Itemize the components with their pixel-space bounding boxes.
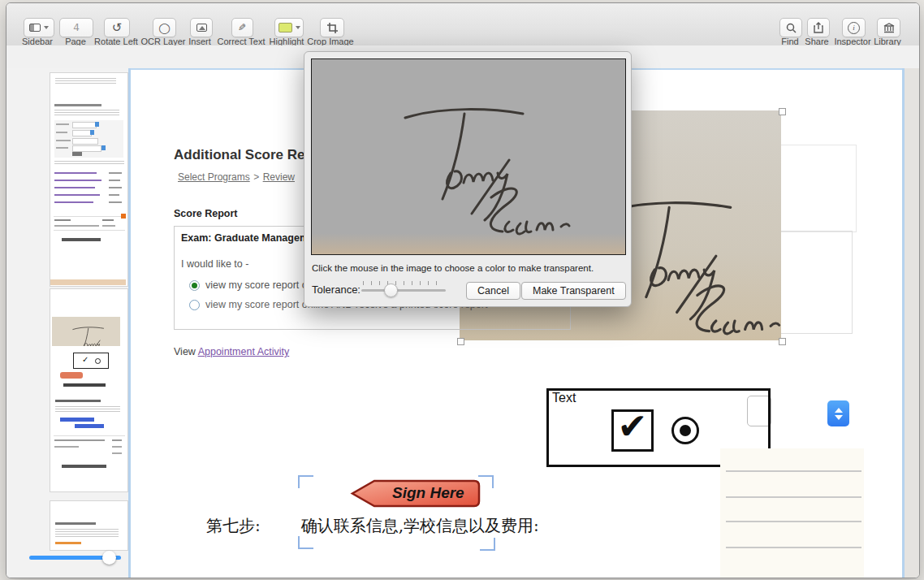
page-thumbnail-1[interactable] [50, 72, 128, 287]
radio-dot [680, 425, 691, 436]
breadcrumb-separator: > [253, 171, 259, 183]
selection-handle[interactable] [779, 338, 786, 345]
tolerance-label: Tolerance: [312, 284, 361, 296]
thumbnail-sidebar: ✓ [6, 68, 128, 578]
thumbnail-orange-marker [121, 214, 126, 219]
chevron-down-icon [296, 26, 300, 29]
thumbnail-text-lines [55, 406, 120, 413]
find-button[interactable] [779, 18, 802, 37]
thumbnail-orange-link [55, 542, 81, 544]
crop-image-button[interactable] [320, 18, 344, 37]
page-field[interactable]: 4 [59, 18, 93, 37]
thumbnail-link-table [54, 171, 125, 210]
step-line: 第七步:确认联系信息,学校信息以及费用: [206, 515, 539, 537]
thumbnail-text-lines [54, 110, 119, 115]
score-report-heading: Score Report [174, 208, 238, 219]
thumbnail-sign-here [60, 372, 83, 379]
sidebar-icon [29, 24, 41, 32]
correct-text-button[interactable]: ✎ [231, 18, 253, 37]
view-word: View [174, 346, 196, 357]
main-toolbar: Sidebar 4 Page ↺ Rotate Left ◯ OCR Layer… [6, 3, 919, 46]
thumbnail-text-lines [55, 78, 116, 84]
slider-tick-marks [363, 281, 444, 285]
stepper-widget[interactable] [827, 400, 849, 426]
thumbnail-blue-redaction [75, 424, 104, 428]
textbox-border-bottom [546, 465, 721, 467]
sign-here-label: Sign Here [392, 484, 464, 502]
chevron-down-icon [835, 415, 843, 420]
app-window: Sidebar 4 Page ↺ Rotate Left ◯ OCR Layer… [6, 2, 920, 578]
textbox-label: Text [552, 391, 576, 405]
step-text: 确认联系信息,学校信息以及费用: [301, 516, 539, 535]
ruled-lines-block [720, 448, 864, 578]
highlight-button[interactable] [274, 18, 304, 37]
ocr-layer-button[interactable]: ◯ [153, 18, 176, 37]
breadcrumb-link-select-programs[interactable]: Select Programs [178, 171, 250, 183]
thumbnail-text-lines [55, 529, 119, 537]
step-label: 第七步: [206, 516, 261, 535]
textbox-border-top [546, 388, 771, 391]
share-icon [814, 22, 823, 33]
thumbnail-blue-redaction [60, 418, 94, 422]
thumbnail-title-bar [55, 522, 96, 525]
thumbnail-cjk-line [63, 383, 106, 387]
radio-selected-icon[interactable] [189, 280, 200, 291]
chevron-up-icon [835, 408, 843, 413]
checkmark-icon: ✔ [618, 405, 648, 447]
selection-handle[interactable] [779, 108, 786, 115]
search-icon [786, 23, 797, 33]
right-gutter [902, 68, 920, 578]
correct-text-icon: ✎ [238, 22, 246, 33]
thumbnail-title-bar [55, 400, 101, 402]
tolerance-slider-thumb[interactable] [384, 284, 398, 297]
info-icon: i [848, 22, 860, 34]
transparency-preview-image[interactable] [311, 58, 626, 255]
thumbnail-formbox: ✓ [73, 353, 109, 369]
checked-checkbox-field[interactable]: ✔ [611, 409, 654, 452]
selection-handle[interactable] [457, 338, 464, 345]
would-like-line: I would like to - [181, 258, 248, 270]
share-button[interactable] [807, 18, 830, 37]
thumbnail-text-lines [54, 161, 124, 166]
selected-radio-field[interactable] [671, 417, 699, 444]
make-transparent-confirm-button[interactable]: Make Transparent [521, 282, 626, 300]
thumbnail-price-table [54, 435, 125, 459]
desktop: { "toolbar_main": { "page_value": "4", "… [0, 0, 924, 580]
dialog-caption: Click the mouse in the image to choose a… [312, 263, 594, 273]
thumbnail-photo-strip [50, 279, 126, 285]
exam-line: Exam: Graduate Management [181, 232, 324, 244]
thumbnail-table-2 [54, 216, 125, 231]
radio-unselected-icon[interactable] [189, 300, 200, 310]
textbox-border-right [768, 388, 771, 448]
ocr-layer-icon: ◯ [158, 22, 171, 34]
make-transparent-dialog: Click the mouse in the image to choose a… [304, 51, 632, 307]
appointment-activity-link[interactable]: Appointment Activity [198, 346, 290, 357]
insert-button[interactable] [190, 18, 213, 37]
crop-icon [327, 23, 338, 33]
sidebar-button[interactable] [24, 18, 54, 37]
thumbnail-size-slider-knob[interactable] [102, 551, 116, 565]
photo-edge-gradient [312, 233, 625, 254]
rotate-left-icon: ↺ [112, 20, 123, 35]
textbox-border-left [546, 388, 549, 466]
thumbnail-cjk-line [62, 465, 106, 468]
highlight-color-swatch [278, 23, 292, 32]
breadcrumb: Select Programs > Review [178, 169, 295, 184]
view-appointment-line: View Appointment Activity [174, 346, 289, 357]
insert-image-icon [196, 24, 207, 32]
chevron-down-icon [44, 26, 49, 29]
tolerance-slider-track[interactable] [361, 289, 446, 292]
rotate-left-button[interactable]: ↺ [104, 18, 130, 37]
library-icon [883, 23, 895, 33]
page-thumbnail-2-current[interactable]: ✓ [50, 288, 128, 492]
sign-here-stamp[interactable]: Sign Here [350, 479, 481, 511]
thumbnail-title-bar [54, 104, 101, 106]
inspector-button[interactable]: i [842, 18, 866, 37]
library-button[interactable] [877, 18, 900, 37]
page-thumbnail-3[interactable] [50, 500, 128, 551]
thumbnail-cjk-line [62, 238, 101, 241]
breadcrumb-link-review[interactable]: Review [263, 171, 295, 183]
thumbnail-form-area [54, 120, 123, 158]
thumbnail-signature-photo [52, 317, 120, 346]
cancel-button[interactable]: Cancel [466, 282, 520, 300]
